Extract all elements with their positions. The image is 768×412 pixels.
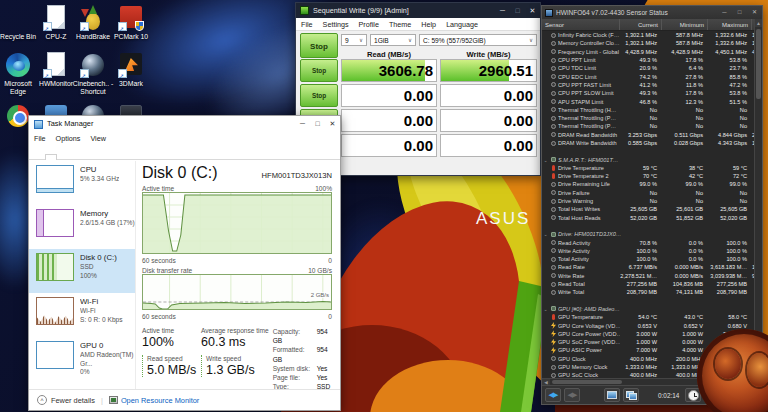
tm-sidebar-item[interactable]: GPU 0 AMD Radeon(TM) Gr... 0% bbox=[29, 337, 135, 381]
desktop-icon[interactable]: PCMark 10 bbox=[109, 5, 153, 41]
sensor-name: CPU EDC Limit bbox=[558, 74, 620, 80]
hwinfo-column-headers[interactable]: Sensor Current Minimum Maximum bbox=[542, 19, 754, 31]
sensor-row[interactable]: ⌄ Total Activity 100.0 % 0.0 % 100.0 % bbox=[542, 255, 754, 263]
nav-arrows-button[interactable]: ◀▶ bbox=[545, 388, 561, 402]
read-value: 0.00 bbox=[341, 85, 433, 106]
sensor-row[interactable]: ⌄ Read Total 277,256 MB 104,836 MB 277,2… bbox=[542, 280, 754, 288]
tm-menu-item[interactable]: File bbox=[29, 134, 51, 143]
tm-tab[interactable] bbox=[93, 154, 105, 159]
close-button[interactable] bbox=[325, 116, 340, 132]
sensor-row[interactable]: ⌄ Thermal Throttling (P… No No No bbox=[542, 122, 754, 130]
sensor-row[interactable]: ⌄ Read Activity 70.8 % 0.0 % 100.0 % bbox=[542, 238, 754, 246]
close-button[interactable] bbox=[747, 6, 762, 19]
tm-sidebar-item[interactable]: Memory 2.6/15.4 GB (17%) bbox=[29, 205, 135, 249]
tm-sidebar-item[interactable]: Disk 0 (C:) SSD 100% bbox=[29, 249, 135, 293]
sensor-row[interactable]: ⌄ Infinity Fabric Clock (F… 1,302.1 MHz … bbox=[542, 31, 754, 39]
cdm-queue-select[interactable]: 9∨ bbox=[341, 34, 367, 46]
sensor-row[interactable]: ⌄ Drive Temperature 2 70 °C 42 °C 72 °C bbox=[542, 172, 754, 180]
tm-tab[interactable] bbox=[69, 154, 81, 159]
minimize-button[interactable] bbox=[295, 116, 310, 132]
minimize-button[interactable] bbox=[495, 3, 510, 18]
vertical-scrollbar[interactable]: ▲ bbox=[754, 19, 762, 378]
tm-sidebar-item[interactable]: Wi-Fi Wi-Fi S: 0 R: 0 Kbps bbox=[29, 293, 135, 337]
hwinfo-titlebar[interactable]: HWiNFO64 v7.02-4430 Sensor Status bbox=[542, 6, 762, 19]
sensor-row[interactable]: ⌄ Drive Temperature 59 °C 38 °C 59 °C bbox=[542, 164, 754, 172]
sensor-row[interactable]: ⌄ Write Activity 100.0 % 0.0 % 100.0 % bbox=[542, 247, 754, 255]
sensor-row[interactable]: ⌄ Write Rate 2,278.521 M… 0.000 MB/s 3,0… bbox=[542, 272, 754, 280]
sensor-icon bbox=[551, 232, 556, 237]
cdm-stop-button[interactable]: Stop bbox=[300, 84, 338, 107]
sensor-row[interactable]: ⌄ GPU [#0]: AMD Radeo… bbox=[542, 305, 754, 313]
tm-tab[interactable] bbox=[105, 154, 117, 159]
cdm-size-select[interactable]: 1GiB∨ bbox=[370, 34, 416, 46]
sensor-row[interactable]: ⌄ APU STAPM Limit 46.8 % 12.3 % 51.5 % bbox=[542, 97, 754, 105]
sensor-row[interactable]: ⌄ Write Total 208,790 MB 74,131 MB 208,7… bbox=[542, 288, 754, 296]
tm-menu-item[interactable]: Options bbox=[51, 134, 86, 143]
sensor-row[interactable]: ⌄ Thermal Throttling (H… No No No bbox=[542, 106, 754, 114]
sensor-row[interactable]: ⌄ Total Host Reads 52,020 GB 51,852 GB 5… bbox=[542, 214, 754, 222]
chevron-down-icon: ∨ bbox=[529, 35, 533, 45]
cdm-stop-button[interactable]: Stop bbox=[300, 59, 338, 82]
sensor-row[interactable]: ⌄ Drive Warning No No No bbox=[542, 197, 754, 205]
read-speed-value: 5.0 MB/s bbox=[147, 363, 201, 377]
scrollbar-thumb[interactable] bbox=[552, 380, 622, 384]
transfer-marker-label: 2 GB/s bbox=[311, 292, 329, 298]
sensor-row[interactable]: ⌄ CPU PPT FAST Limit 41.2 % 11.8 % 47.2 … bbox=[542, 81, 754, 89]
maximize-button[interactable] bbox=[732, 6, 747, 19]
close-button[interactable] bbox=[525, 3, 540, 18]
tm-menu-item[interactable]: View bbox=[85, 134, 110, 143]
cdm-menu-item[interactable]: File bbox=[296, 20, 318, 29]
desktop-icon[interactable]: 3DMark bbox=[109, 52, 153, 88]
sensor-row[interactable]: ⌄ Drive Failure No No No bbox=[542, 189, 754, 197]
sensor-row[interactable]: ⌄ DRAM Write Bandwidth 0.585 Gbps 0.028 … bbox=[542, 139, 754, 147]
monitor-button[interactable] bbox=[604, 388, 620, 402]
sensor-row[interactable]: ⌄ CPU PPT Limit 49.3 % 17.8 % 53.8 % bbox=[542, 56, 754, 64]
sensor-row[interactable]: ⌄ GPU Core Voltage (VD… 0.653 V 0.652 V … bbox=[542, 321, 754, 329]
scroll-up-icon[interactable]: ▲ bbox=[755, 19, 762, 27]
tm-tab[interactable] bbox=[45, 154, 57, 160]
sensor-row[interactable]: ⌄ Frequency Limit - Global 4,428.9 MHz 4… bbox=[542, 48, 754, 56]
cdm-menu-item[interactable]: Theme bbox=[384, 20, 416, 29]
sensor-row[interactable]: ⌄ Memory Controller Clo… 1,302.1 MHz 587… bbox=[542, 39, 754, 47]
sensor-maximum: No bbox=[706, 190, 750, 196]
tm-tab[interactable] bbox=[33, 154, 45, 159]
cdm-menu-item[interactable]: Settings bbox=[318, 20, 354, 29]
cdm-menu-item[interactable]: Profile bbox=[354, 20, 384, 29]
sensor-row[interactable]: ⌄ CPU TDC Limit 20.9 % 6.4 % 23.7 % bbox=[542, 64, 754, 72]
remote-sensors-button[interactable] bbox=[623, 388, 639, 402]
cdm-stop-all-button[interactable]: Stop bbox=[300, 33, 338, 58]
maximize-button[interactable] bbox=[510, 3, 525, 18]
sensor-row[interactable]: ⌄ CPU PPT SLOW Limit 49.3 % 17.8 % 53.8 … bbox=[542, 89, 754, 97]
cdm-target-select[interactable]: C: 59% (557/952GiB)∨ bbox=[419, 34, 537, 46]
sensor-row[interactable]: ⌄ Drive: HFM001TD3JX0… bbox=[542, 230, 754, 238]
sensor-row[interactable]: ⌄ CPU EDC Limit 74.2 % 27.8 % 85.8 % bbox=[542, 72, 754, 80]
sensor-icon bbox=[551, 365, 556, 370]
maximize-button[interactable] bbox=[310, 116, 325, 132]
tm-titlebar[interactable]: Task Manager bbox=[29, 116, 340, 132]
disk-property-row: System disk:Yes bbox=[273, 364, 332, 373]
nav-arrows-disabled-button[interactable]: ◀▶ bbox=[564, 388, 580, 402]
cdm-titlebar[interactable]: Sequential Write (9/9) [Admin] bbox=[296, 3, 540, 18]
sensor-name: Thermal Throttling (P… bbox=[558, 115, 620, 121]
tm-sidebar-item[interactable]: CPU 5% 3.34 GHz bbox=[29, 161, 135, 205]
sensor-row[interactable]: ⌄ DRAM Read Bandwidth 3.253 Gbps 0.511 G… bbox=[542, 131, 754, 139]
sensor-row[interactable]: ⌄ Total Host Writes 25,605 GB 25,601 GB … bbox=[542, 205, 754, 213]
disk-properties: Capacity:954 GB Formatted:954 GB System … bbox=[273, 327, 332, 391]
minimize-button[interactable] bbox=[717, 6, 732, 19]
scrollbar-thumb[interactable] bbox=[756, 29, 761, 99]
cdm-menu-item[interactable]: Help bbox=[416, 20, 441, 29]
cdm-app-icon bbox=[300, 6, 309, 15]
chart2-label: Disk transfer rate bbox=[142, 267, 192, 274]
sensor-row[interactable]: ⌄ S.M.A.R.T.: HFM001T… bbox=[542, 155, 754, 163]
sensor-row[interactable]: ⌄ GPU Temperature 54.0 °C 43.0 °C 58.0 °… bbox=[542, 313, 754, 321]
cdm-menu-item[interactable]: Language bbox=[441, 20, 483, 29]
sensor-row[interactable]: ⌄ Read Rate 6.737 MB/s 0.000 MB/s 3,618.… bbox=[542, 263, 754, 271]
fewer-details-button[interactable]: Fewer details bbox=[51, 396, 95, 405]
sensor-row[interactable]: ⌄ Drive Remaining Life 99.0 % 99.0 % 99.… bbox=[542, 180, 754, 188]
open-resource-monitor-link[interactable]: Open Resource Monitor bbox=[121, 396, 199, 405]
tm-tab[interactable] bbox=[57, 154, 69, 159]
sensor-maximum: 4.343 Gbps bbox=[706, 140, 750, 146]
sensor-row[interactable]: ⌄ Thermal Throttling (P… No No No bbox=[542, 114, 754, 122]
transfer-rate-chart: 2 GB/s bbox=[142, 274, 332, 310]
tm-tab[interactable] bbox=[81, 154, 93, 159]
